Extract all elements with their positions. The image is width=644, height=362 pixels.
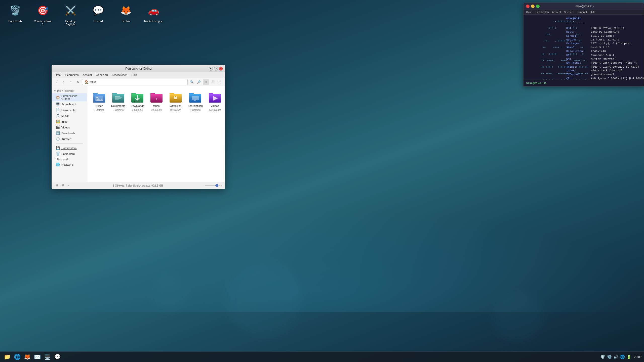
desktop-icon-rocket-league[interactable]: 🚗 Rocket League: [143, 3, 164, 26]
fm-minimize-button[interactable]: −: [209, 67, 213, 71]
fm-sidebar-papierkorb[interactable]: 🗑️ Papierkorb: [52, 151, 87, 157]
fm-sidebar-filesystem-label: Dateisystem: [61, 147, 77, 150]
fm-close-button[interactable]: ×: [219, 67, 223, 71]
papierkorb-icon: 🗑️: [7, 3, 23, 19]
fm-zoom-track: [205, 185, 220, 186]
fm-status-btn3[interactable]: ≡: [66, 183, 71, 188]
fm-sidebar-musik[interactable]: 🎵 Musik: [52, 113, 87, 119]
desktop-icon-firefox[interactable]: 🦊 Firefox: [116, 3, 136, 26]
taskbar-tray-gear[interactable]: ⚙️: [607, 354, 612, 359]
fm-zoom-out-button[interactable]: 🔍: [189, 79, 195, 85]
fm-folder-schreibtisch[interactable]: Schreibtisch 5 Objekte: [187, 90, 204, 112]
fm-up-button[interactable]: ↑: [68, 79, 74, 85]
fm-sidebar-dokumente[interactable]: 📄 Dokumente: [52, 107, 87, 113]
rocket-league-label: Rocket League: [144, 20, 163, 23]
fm-sidebar-desktop-label: Schreibtisch: [61, 103, 76, 106]
taskbar-icon-terminal[interactable]: 🖥️: [43, 352, 52, 361]
fm-search-button[interactable]: 🔎: [196, 79, 202, 85]
filemanager-window: Persönlicher Ordner − □ × Datei Bearbeit…: [52, 65, 225, 189]
fm-folder-downloads-icon: [130, 91, 144, 103]
fm-folder-dokumente[interactable]: Dokumente 0 Objekte: [110, 90, 126, 112]
svg-point-26: [175, 96, 176, 97]
fm-sidebar-downloads[interactable]: ⬇️ Downloads: [52, 130, 87, 136]
fm-compact-view-button[interactable]: ⊟: [217, 79, 223, 85]
fm-status-btn1[interactable]: ⊟: [54, 183, 59, 188]
fm-sidebar-recent-icon: 🕐: [56, 137, 60, 141]
terminal-prompt[interactable]: mike@mike:~$: [524, 80, 644, 86]
fm-folder-musik[interactable]: ♪ Musik 0 Objekte: [148, 90, 165, 112]
fm-maximize-button[interactable]: □: [214, 67, 218, 71]
desktop-icon-discord[interactable]: 💬 Discord: [88, 3, 108, 26]
terminal-menu-suchen[interactable]: Suchen: [564, 11, 573, 14]
taskbar-tray: 🛡️ ⚙️ 🔊 🌐 🔋: [600, 354, 631, 359]
fm-sidebar-mein-rechner-label: Mein Rechner: [57, 89, 74, 92]
taskbar-tray-network[interactable]: 🌐: [620, 354, 625, 359]
fm-menu-datei[interactable]: Datei: [54, 73, 62, 77]
taskbar-icon-browser[interactable]: 🌐: [13, 352, 22, 361]
fm-main-area: Bilder 0 Objekte: [87, 86, 225, 182]
fm-sidebar-docs-icon: 📄: [56, 108, 60, 112]
desktop-icon-area: 🗑️ Papierkorb 🎯 Counter-Strike 2 ⚔️ Dead…: [0, 0, 169, 29]
desktop-icon-dead-by-daylight[interactable]: ⚔️ Dead by Daylight: [60, 3, 80, 26]
taskbar-icon-files[interactable]: 📁: [3, 352, 12, 361]
fm-menu-ansicht[interactable]: Ansicht: [82, 73, 93, 77]
terminal-close-button[interactable]: ×: [526, 5, 530, 8]
fm-sidebar-trash-icon: 🗑️: [56, 152, 60, 156]
terminal-body[interactable]: .-:+++++++++:-. :++::. .::++: :++. .++: …: [524, 15, 644, 80]
fm-sidebar-dateisystem[interactable]: 💾 Dateisystem: [52, 145, 87, 151]
fm-forward-button[interactable]: ›: [61, 79, 67, 85]
terminal-menu-terminal[interactable]: Terminal: [576, 11, 587, 14]
fm-sidebar-bilder[interactable]: 🖼️ Bilder: [52, 119, 87, 124]
fm-status-btn2[interactable]: ⊞: [60, 183, 65, 188]
terminal-minimize-button[interactable]: −: [531, 5, 535, 8]
taskbar-icon-firefox[interactable]: 🦊: [23, 352, 32, 361]
fm-sidebar-persoenlicher-ordner[interactable]: 🏠 Persönlicher Ordner: [52, 93, 87, 101]
fm-title: Persönlicher Ordner: [69, 67, 209, 70]
terminal-menu-datei[interactable]: Datei: [526, 11, 533, 14]
fm-sidebar-videos[interactable]: 🎬 Videos: [52, 124, 87, 130]
fm-menu-lesezeichen[interactable]: Lesezeichen: [111, 73, 129, 77]
fm-sidebar-network-icon: 🌐: [56, 163, 60, 166]
fm-sidebar-kuerzlich[interactable]: 🕐 Kürzlich: [52, 136, 87, 142]
fm-folder-videos[interactable]: Videos 13 Objekte: [207, 90, 223, 112]
terminal-menu-hilfe[interactable]: Hilfe: [590, 11, 595, 14]
fm-zoom-slider[interactable]: −: [205, 184, 222, 187]
terminal-menu-bearbeiten[interactable]: Bearbeiten: [536, 11, 549, 14]
taskbar-icon-discord[interactable]: 💬: [53, 352, 62, 361]
taskbar-time: 20:09: [634, 355, 641, 359]
fm-folder-bilder-icon: [92, 91, 106, 103]
terminal-menu-ansicht[interactable]: Ansicht: [552, 11, 561, 14]
fm-folder-oeffentlich[interactable]: Öffentlich 0 Objekte: [168, 90, 184, 112]
taskbar-tray-battery[interactable]: 🔋: [626, 354, 631, 359]
fm-folder-downloads-count: 0 Objekte: [132, 109, 143, 111]
fm-menu-hilfe[interactable]: Hilfe: [130, 73, 138, 77]
fm-folder-oeffentlich-count: 0 Objekte: [170, 109, 181, 111]
terminal-maximize-button[interactable]: □: [536, 5, 540, 8]
fm-folder-bilder-count: 0 Objekte: [94, 109, 105, 111]
taskbar-tray-shield[interactable]: 🛡️: [600, 354, 605, 359]
fm-folder-videos-name: Videos: [211, 104, 219, 108]
fm-reload-button[interactable]: ↻: [75, 79, 81, 85]
fm-folder-dokumente-count: 0 Objekte: [113, 109, 124, 111]
fm-sidebar-desktop-icon: 🖥️: [56, 102, 60, 106]
fm-sidebar-schreibtisch[interactable]: 🖥️ Schreibtisch: [52, 101, 87, 107]
fm-path-bar[interactable]: 🏠 mike: [82, 79, 188, 85]
fm-toolbar: ‹ › ↑ ↻ 🏠 mike 🔍 🔎 ⊞ ☰ ⊟: [52, 78, 225, 86]
fm-menu-gehen-zu[interactable]: Gehen zu: [95, 73, 109, 77]
fm-folder-downloads[interactable]: Downloads 0 Objekte: [129, 90, 145, 112]
fm-folder-bilder[interactable]: Bilder 0 Objekte: [91, 90, 107, 112]
desktop-icon-counter-strike[interactable]: 🎯 Counter-Strike 2: [33, 3, 53, 26]
fm-sidebar-docs-label: Dokumente: [61, 109, 75, 112]
fm-sidebar-music-icon: 🎵: [56, 114, 60, 118]
desktop-icon-papierkorb[interactable]: 🗑️ Papierkorb: [5, 3, 25, 26]
fm-sidebar-netzwerk[interactable]: 🌐 Netzwerk: [52, 162, 87, 167]
fm-grid-view-button[interactable]: ⊞: [203, 79, 209, 85]
fm-folder-musik-count: 0 Objekte: [151, 109, 162, 111]
taskbar-icon-email[interactable]: ✉️: [33, 352, 42, 361]
taskbar-tray-volume[interactable]: 🔊: [613, 354, 618, 359]
fm-folder-bilder-name: Bilder: [96, 104, 103, 108]
fm-sidebar-netzwerk-section: ▼ Netzwerk: [52, 157, 87, 162]
fm-list-view-button[interactable]: ☰: [210, 79, 216, 85]
fm-back-button[interactable]: ‹: [54, 79, 60, 85]
fm-menu-bearbeiten[interactable]: Bearbeiten: [64, 73, 80, 77]
